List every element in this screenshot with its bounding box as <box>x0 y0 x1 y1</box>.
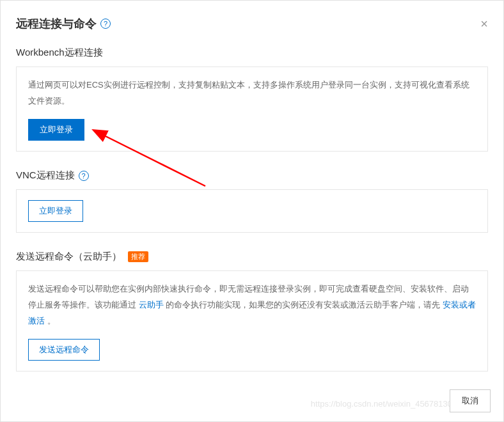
desc-text-2: 的命令执行功能实现，如果您的实例还没有安装或激活云助手客户端，请先 <box>164 300 443 309</box>
remote-command-description: 发送远程命令可以帮助您在实例内部快速执行命令，即无需远程连接登录实例，即可完成查… <box>28 281 476 329</box>
remote-command-section: 发送远程命令（云助手） 推荐 发送远程命令可以帮助您在实例内部快速执行命令，即无… <box>16 251 488 371</box>
workbench-login-button[interactable]: 立即登录 <box>28 119 84 141</box>
workbench-box: 通过网页可以对ECS实例进行远程控制，支持复制粘贴文本，支持多操作系统用户登录同… <box>16 66 488 152</box>
workbench-section: Workbench远程连接 通过网页可以对ECS实例进行远程控制，支持复制粘贴文… <box>16 47 488 152</box>
vnc-section: VNC远程连接 ? 立即登录 <box>16 169 488 233</box>
workbench-title: Workbench远程连接 <box>16 47 488 59</box>
recommended-badge: 推荐 <box>128 251 148 262</box>
modal-header: 远程连接与命令 ? × <box>16 16 488 31</box>
modal-footer: 取消 <box>450 389 491 412</box>
remote-command-title: 发送远程命令（云助手） 推荐 <box>16 251 488 263</box>
send-remote-command-button[interactable]: 发送远程命令 <box>28 339 100 361</box>
cancel-button[interactable]: 取消 <box>450 389 491 412</box>
help-icon[interactable]: ? <box>100 19 111 29</box>
close-button[interactable]: × <box>480 17 488 30</box>
modal-title: 远程连接与命令 ? <box>16 16 111 31</box>
help-icon[interactable]: ? <box>79 171 89 181</box>
cloud-assistant-link[interactable]: 云助手 <box>139 300 164 309</box>
watermark-text: https://blog.csdn.net/weixin_45678130 <box>311 399 452 409</box>
remote-command-title-text: 发送远程命令（云助手） <box>16 251 122 263</box>
workbench-title-text: Workbench远程连接 <box>16 47 103 59</box>
workbench-description: 通过网页可以对ECS实例进行远程控制，支持复制粘贴文本，支持多操作系统用户登录同… <box>28 77 476 109</box>
vnc-title-text: VNC远程连接 <box>16 169 75 182</box>
modal-title-text: 远程连接与命令 <box>16 16 97 31</box>
vnc-login-button[interactable]: 立即登录 <box>28 200 83 222</box>
remote-connect-modal: 远程连接与命令 ? × Workbench远程连接 通过网页可以对ECS实例进行… <box>0 0 504 422</box>
remote-command-box: 发送远程命令可以帮助您在实例内部快速执行命令，即无需远程连接登录实例，即可完成查… <box>16 270 488 371</box>
desc-text-3: 。 <box>45 316 56 325</box>
vnc-title: VNC远程连接 ? <box>16 169 488 182</box>
vnc-box: 立即登录 <box>16 189 488 233</box>
